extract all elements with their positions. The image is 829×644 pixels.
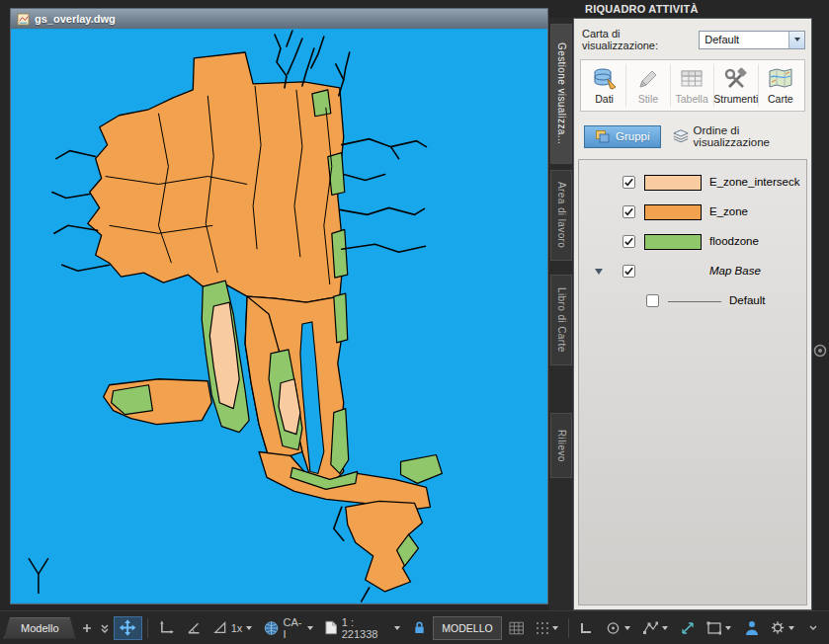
layer-row-default[interactable]: Default bbox=[579, 286, 806, 316]
tab-gruppi-label: Gruppi bbox=[616, 130, 650, 142]
pane-right-strip bbox=[812, 18, 829, 610]
drawing-canvas[interactable] bbox=[11, 29, 547, 604]
layer-name: Default bbox=[729, 294, 765, 306]
pan-button[interactable] bbox=[114, 616, 141, 640]
collapse-statusbar-button[interactable] bbox=[801, 616, 825, 640]
coordinate-system-value: CA-I bbox=[283, 616, 303, 640]
strumenti-button[interactable]: Strumenti bbox=[714, 64, 759, 107]
display-map-dropdown[interactable]: Default bbox=[699, 31, 805, 49]
plus-icon bbox=[81, 622, 93, 634]
scale-lock-button[interactable] bbox=[407, 616, 431, 640]
dropdown-arrow-icon bbox=[307, 626, 313, 630]
ucs-button[interactable] bbox=[153, 616, 179, 640]
layer-name: E_zone bbox=[709, 205, 748, 217]
double-chevron-down-icon bbox=[100, 622, 110, 634]
pencil-icon bbox=[636, 66, 660, 92]
tab-gruppi[interactable]: Gruppi bbox=[584, 125, 661, 148]
tabella-button[interactable]: Tabella bbox=[671, 64, 714, 107]
display-map-label: Carta di visualizzazione: bbox=[582, 28, 699, 51]
pane-toolbar: Dati Stile Tabella bbox=[580, 59, 805, 112]
ucs-axes-icon bbox=[158, 619, 174, 636]
dati-label: Dati bbox=[595, 93, 614, 105]
expand-collapse-icon[interactable] bbox=[595, 269, 603, 275]
polyline-icon bbox=[642, 620, 658, 635]
orbit-button[interactable] bbox=[601, 616, 635, 640]
dropdown-arrow-icon bbox=[725, 626, 731, 630]
layer-name: Map Base bbox=[709, 265, 761, 277]
layer-checkbox-checked[interactable] bbox=[622, 265, 635, 278]
corner-icon bbox=[579, 620, 593, 635]
side-tab-libro-di-carte[interactable]: Libro di Carte bbox=[550, 275, 572, 365]
globe-icon bbox=[264, 620, 279, 636]
document-title: gs_overlay.dwg bbox=[35, 13, 116, 25]
model-tab-label: Modello bbox=[21, 622, 59, 634]
dynamic-ucs-button[interactable] bbox=[574, 616, 598, 640]
layer-row-e-zone[interactable]: E_zone bbox=[579, 198, 806, 227]
side-tab-area-di-lavoro[interactable]: Area di lavoro bbox=[550, 170, 572, 261]
separator bbox=[147, 618, 148, 638]
layer-checkbox-checked[interactable] bbox=[622, 205, 635, 218]
orbit-icon bbox=[606, 620, 621, 636]
lock-icon bbox=[413, 620, 426, 635]
dot-grid-icon bbox=[536, 621, 548, 635]
application-window: gs_overlay.dwg bbox=[0, 0, 829, 644]
snap-grid-button[interactable] bbox=[531, 616, 563, 640]
dropdown-arrow-icon bbox=[246, 626, 252, 630]
person-icon bbox=[745, 620, 759, 636]
new-layout-button[interactable] bbox=[80, 617, 95, 639]
drawing-scale-value: 1 : 221338 bbox=[342, 616, 391, 640]
drawing-scale-button[interactable]: 1 : 221338 bbox=[320, 616, 405, 640]
dropdown-arrow-icon bbox=[662, 626, 668, 630]
layer-checkbox-checked[interactable] bbox=[622, 176, 635, 189]
layer-name: E_zone_interseck bbox=[709, 176, 799, 188]
side-tab-rilievo[interactable]: Rilievo bbox=[550, 413, 572, 478]
layer-row-e-zone-interseck[interactable]: E_zone_interseck bbox=[579, 168, 806, 198]
coordinate-system-button[interactable]: CA-I bbox=[259, 616, 318, 640]
angle-snap-button[interactable] bbox=[181, 616, 207, 640]
grid-display-button[interactable] bbox=[504, 616, 529, 640]
selection-mode-button[interactable] bbox=[702, 616, 736, 640]
angle-icon bbox=[186, 619, 202, 636]
stile-label: Stile bbox=[638, 93, 658, 105]
navigation-wheel-icon[interactable] bbox=[813, 344, 827, 362]
measure-button[interactable] bbox=[675, 616, 700, 640]
layer-squares-icon bbox=[595, 129, 611, 144]
layer-name: floodzone bbox=[709, 235, 759, 247]
model-space-label: MODELLO bbox=[442, 622, 492, 634]
status-bar: Modello 1x CA-I 1 : 221338 bbox=[0, 610, 829, 644]
layer-row-map-base[interactable]: Map Base bbox=[579, 257, 806, 286]
pan-icon bbox=[119, 618, 136, 637]
layer-row-floodzone[interactable]: floodzone bbox=[579, 227, 806, 257]
side-tab-gestione-visualizzazione[interactable]: Gestione visualizza... bbox=[550, 24, 572, 164]
tools-icon bbox=[723, 66, 749, 92]
strumenti-label: Strumenti bbox=[713, 93, 758, 105]
carte-button[interactable]: Carte bbox=[759, 64, 802, 107]
layer-checkbox-unchecked[interactable] bbox=[646, 294, 659, 307]
user-button[interactable] bbox=[740, 616, 764, 640]
annotation-scale-value: 1x bbox=[231, 622, 243, 634]
sheet-icon bbox=[325, 620, 337, 635]
settings-button[interactable] bbox=[766, 616, 799, 640]
layer-swatch bbox=[644, 234, 702, 250]
carte-label: Carte bbox=[768, 93, 793, 105]
dwg-file-icon bbox=[17, 13, 30, 26]
stile-button[interactable]: Stile bbox=[626, 64, 670, 107]
dropdown-arrow-icon bbox=[624, 626, 630, 630]
dropdown-arrow-icon[interactable] bbox=[788, 32, 804, 48]
polar-tracking-button[interactable] bbox=[637, 616, 673, 640]
map-icon bbox=[768, 66, 793, 92]
layer-list: E_zone_interseck E_zone floodzone Map Ba… bbox=[578, 159, 807, 605]
model-layout-tab[interactable]: Modello bbox=[4, 617, 76, 639]
dati-button[interactable]: Dati bbox=[583, 64, 626, 107]
model-space-toggle-button[interactable]: MODELLO bbox=[433, 616, 501, 640]
grid-icon bbox=[509, 621, 524, 635]
layer-swatch bbox=[644, 204, 702, 220]
drawing-titlebar[interactable]: gs_overlay.dwg bbox=[11, 9, 547, 29]
task-pane-title: RIQUADRO ATTIVITÀ bbox=[549, 0, 829, 18]
dropdown-arrow-icon bbox=[788, 626, 794, 630]
tab-ordine-visualizzazione[interactable]: Ordine di visualizzazione bbox=[667, 121, 811, 151]
triangle-ruler-icon bbox=[213, 620, 226, 635]
layout-list-button[interactable] bbox=[97, 617, 112, 639]
annotation-scale-button[interactable]: 1x bbox=[208, 616, 257, 640]
layer-checkbox-checked[interactable] bbox=[622, 235, 635, 248]
